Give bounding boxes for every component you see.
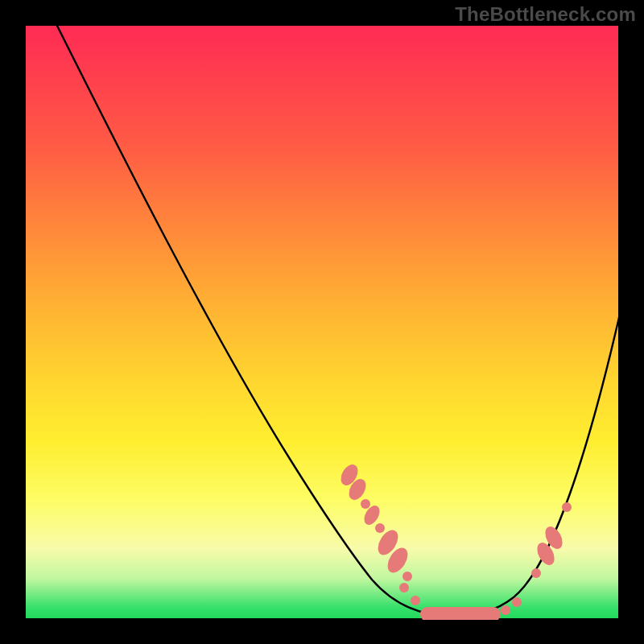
svg-point-9	[411, 596, 420, 605]
svg-point-11	[501, 605, 510, 615]
svg-point-13	[531, 568, 541, 578]
plot-area	[24, 24, 620, 620]
curve-layer	[24, 24, 620, 620]
svg-point-7	[402, 572, 412, 581]
chart-frame: TheBottleneck.com	[0, 0, 644, 644]
svg-point-8	[399, 583, 409, 592]
marker-cluster-left	[337, 461, 412, 581]
svg-point-12	[512, 597, 522, 607]
marker-cluster-valley	[399, 583, 522, 620]
svg-point-2	[361, 499, 370, 509]
watermark-text: TheBottleneck.com	[455, 3, 636, 26]
svg-point-16	[562, 502, 572, 512]
svg-rect-10	[420, 607, 501, 620]
bottleneck-curve	[56, 24, 620, 616]
svg-point-4	[375, 523, 385, 533]
